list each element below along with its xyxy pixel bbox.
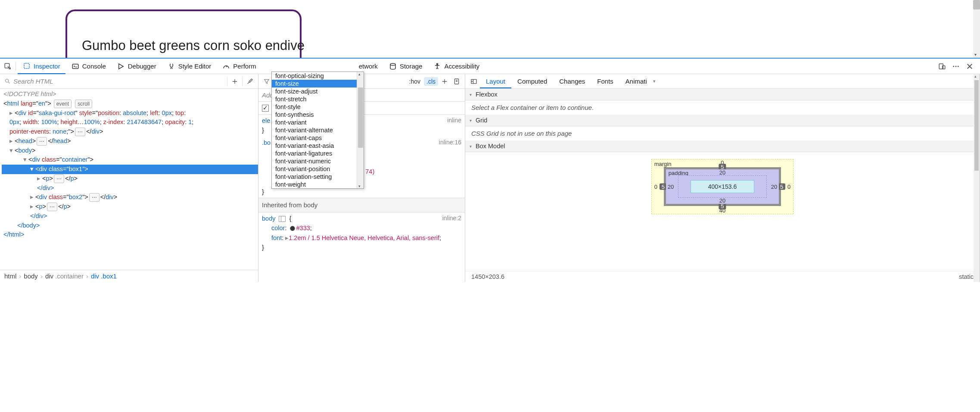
search-html-input[interactable] (13, 78, 224, 85)
tree-node-container[interactable]: ▾<div class="container"> (2, 155, 258, 165)
side-tab-animations[interactable]: Animati (619, 75, 653, 87)
tab-label: Storage (400, 62, 423, 70)
autocomplete-option[interactable]: font-variant-position (272, 165, 364, 173)
flexbox-body: Select a Flex container or item to conti… (465, 100, 980, 115)
breadcrumb[interactable]: html› body› div.container› div.box1 (0, 270, 258, 282)
autocomplete-option[interactable]: font-variation-setting (272, 173, 364, 181)
svg-point-7 (953, 66, 954, 67)
autocomplete-option[interactable]: font-variant-alternate (272, 126, 364, 134)
tree-node-body[interactable]: ▾<body> (2, 146, 258, 156)
autocomplete-option[interactable]: font-synthesis (272, 111, 364, 119)
toggle-3pane-icon[interactable] (468, 78, 480, 85)
autocomplete-scrollbar[interactable] (357, 72, 364, 188)
color-swatch[interactable] (290, 226, 295, 231)
autocomplete-option[interactable]: font-style (272, 103, 364, 111)
side-tab-changes[interactable]: Changes (553, 75, 591, 87)
close-icon[interactable] (964, 60, 976, 72)
box-model-diagram[interactable]: margin 0 40 0 0 border 5 5 5 5 padding 2… (465, 152, 980, 221)
search-html[interactable] (3, 78, 225, 85)
boxmodel-header[interactable]: ▾Box Model (465, 140, 980, 152)
tab-label: Inspector (34, 62, 60, 70)
devtools-toolbar: Inspector Console Debugger Style Editor … (0, 59, 980, 74)
svg-rect-1 (24, 63, 29, 69)
html-panel: <!DOCTYPE html> <html lang="en"> event s… (0, 74, 258, 282)
flexbox-header[interactable]: ▾Flexbox (465, 89, 980, 100)
autocomplete-option[interactable]: font-variant-ligatures (272, 150, 364, 157)
tree-node-box1-selected[interactable]: ▾<div class="box1"> (2, 165, 258, 174)
svg-point-8 (955, 66, 957, 67)
new-rule-icon[interactable] (439, 76, 450, 87)
doctype: <!DOCTYPE html> (3, 91, 56, 97)
tab-storage[interactable]: Storage (384, 59, 428, 74)
svg-point-10 (6, 79, 9, 83)
tab-label: Style Editor (178, 62, 212, 70)
page-scrollbar[interactable] (973, 0, 980, 58)
tab-console[interactable]: Console (66, 59, 111, 74)
side-tab-layout[interactable]: Layout (480, 75, 511, 88)
event-badge[interactable]: event (54, 100, 72, 108)
pick-element-icon[interactable] (2, 60, 14, 72)
tab-accessibility[interactable]: Accessibility (428, 59, 485, 74)
page-preview: Gumbo beet greens corn soko endive (0, 0, 980, 58)
flex-icon[interactable] (279, 216, 286, 222)
box-model-content: 400×153.6 (691, 180, 755, 193)
devtools: Inspector Console Debugger Style Editor … (0, 58, 980, 282)
add-element-icon[interactable] (229, 76, 240, 87)
side-tab-computed[interactable]: Computed (511, 75, 553, 87)
layout-panel: Layout Computed Changes Fonts Animati ▾ … (465, 74, 980, 282)
tab-debugger[interactable]: Debugger (112, 59, 162, 74)
html-tree[interactable]: <!DOCTYPE html> <html lang="en"> event s… (0, 89, 258, 270)
class-checkbox[interactable] (262, 105, 269, 112)
grid-body: CSS Grid is not in use on this page (465, 126, 980, 140)
tab-label: Perform (233, 62, 256, 70)
layout-scrollbar[interactable] (974, 74, 980, 282)
tree-node-head[interactable]: ▸<head>⋯</head> (2, 137, 258, 146)
cls-button[interactable]: .cls (424, 77, 438, 86)
autocomplete-option[interactable]: font-weight (272, 181, 364, 188)
tab-label: Accessibility (444, 62, 479, 70)
autocomplete-option[interactable]: font-variant (272, 119, 364, 126)
tree-node-p1[interactable]: ▸<p>⋯</p> (2, 174, 258, 184)
svg-point-3 (390, 63, 395, 66)
grid-header[interactable]: ▾Grid (465, 115, 980, 126)
tab-performance[interactable]: Perform (217, 59, 261, 74)
tree-node-p2[interactable]: ▸<p>⋯</p> (2, 202, 258, 212)
autocomplete-option[interactable]: font-optical-sizing (272, 72, 364, 80)
tree-node-saka[interactable]: ▸<div id="saka-gui-root" style="position… (2, 109, 258, 118)
layout-footer: 1450×203.6 static (465, 271, 980, 282)
autocomplete-option[interactable]: font-variant-numeric (272, 157, 364, 165)
inherited-header: Inherited from body (258, 198, 465, 212)
page-heading: Gumbo beet greens corn soko endive (82, 38, 305, 53)
svg-point-9 (958, 66, 959, 67)
light-dark-icon[interactable] (451, 76, 462, 87)
autocomplete-option[interactable]: font-variant-caps (272, 134, 364, 142)
body-rule[interactable]: inline:2 body { color: #333; font: ▸1.2e… (258, 212, 465, 254)
tab-inspector[interactable]: Inspector (18, 59, 65, 74)
autocomplete-option[interactable]: font-size-adjust (272, 87, 364, 95)
autocomplete-option[interactable]: font-stretch (272, 95, 364, 103)
filter-icon[interactable] (261, 76, 272, 87)
eyedropper-icon[interactable] (244, 76, 255, 87)
svg-rect-2 (72, 64, 78, 69)
tab-style-editor[interactable]: Style Editor (162, 59, 217, 74)
hov-button[interactable]: :hov (407, 77, 423, 86)
autocomplete-option[interactable]: font-size (272, 80, 364, 87)
side-tab-fonts[interactable]: Fonts (591, 75, 619, 87)
autocomplete-option[interactable]: font-variant-east-asia (272, 142, 364, 150)
scroll-badge[interactable]: scroll (75, 100, 92, 108)
tab-label: Console (82, 62, 106, 70)
svg-point-4 (437, 63, 438, 65)
css-autocomplete[interactable]: font-optical-sizingfont-sizefont-size-ad… (271, 72, 364, 189)
tab-label: Debugger (128, 62, 156, 70)
tab-label: etwork (359, 62, 378, 70)
rules-panel: font-optical-sizingfont-sizefont-size-ad… (258, 74, 465, 282)
more-icon[interactable] (950, 60, 962, 72)
tree-node-box2[interactable]: ▸<div class="box2">⋯</div> (2, 193, 258, 202)
responsive-mode-icon[interactable] (936, 60, 948, 72)
